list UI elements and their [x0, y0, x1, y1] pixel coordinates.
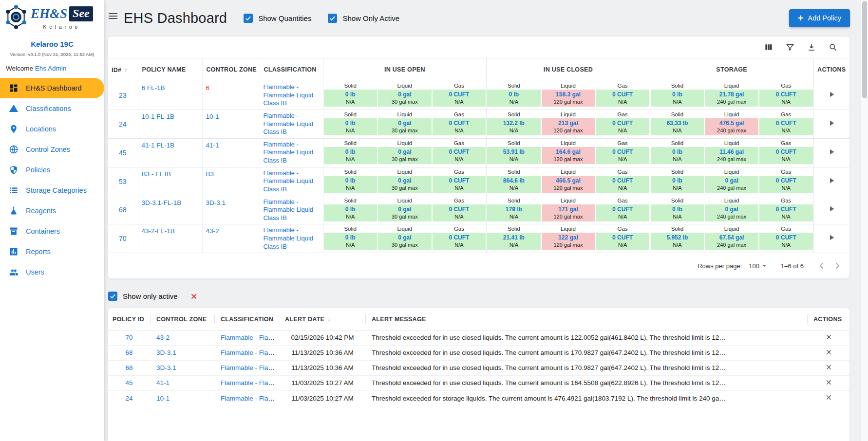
- column-header-policy-name[interactable]: POLICY NAME: [138, 58, 202, 81]
- policy-id-link[interactable]: 45: [119, 149, 127, 157]
- dismiss-alert-icon[interactable]: [825, 393, 833, 402]
- menu-toggle-icon[interactable]: [107, 10, 119, 22]
- next-page-button[interactable]: [832, 260, 843, 271]
- policy-id-link[interactable]: 68: [119, 206, 127, 214]
- quantity-max: N/A: [760, 185, 812, 191]
- quantity-max: N/A: [488, 242, 539, 248]
- show-only-active-label: Show Only Active: [342, 14, 399, 22]
- classification-link[interactable]: Flammable - Flammable Liquid Class IB: [264, 198, 320, 222]
- alerts-column-header-control-zone[interactable]: CONTROL ZONE: [151, 308, 215, 330]
- quantity-block: 0 lb N/A: [324, 233, 377, 250]
- alerts-column-header-alert-date[interactable]: ALERT DATE↓: [279, 308, 366, 330]
- control-zone-link[interactable]: B3: [206, 170, 214, 178]
- alert-classification-link[interactable]: Flammable - Flammab: [221, 334, 279, 341]
- policy-id-link[interactable]: 70: [119, 235, 127, 242]
- checkbox-checked-icon[interactable]: [108, 292, 117, 301]
- sidebar-item-containers[interactable]: Containers: [0, 221, 104, 241]
- policy-id-link[interactable]: 24: [119, 120, 127, 128]
- sidebar-item-reagents[interactable]: Reagents: [0, 201, 104, 221]
- show-quantities-checkbox[interactable]: Show Quantities: [244, 14, 311, 23]
- clear-filter-icon[interactable]: [189, 292, 198, 301]
- alert-classification-link[interactable]: Flammable - Flammab: [221, 364, 279, 371]
- sidebar-item-locations[interactable]: Locations: [0, 119, 104, 139]
- dismiss-alert-icon[interactable]: [825, 333, 833, 341]
- show-only-active-checkbox[interactable]: Show Only Active: [328, 14, 399, 23]
- control-zone-link[interactable]: 10-1: [206, 113, 219, 120]
- policy-id-link[interactable]: 23: [119, 92, 127, 99]
- phase-label: Solid: [323, 110, 377, 118]
- alerts-show-only-active-checkbox[interactable]: Show only active: [108, 292, 178, 301]
- alerts-column-header-classification[interactable]: CLASSIFICATION: [215, 308, 279, 330]
- alert-classification-link[interactable]: Flammable - Flammab: [221, 379, 279, 386]
- policy-name-link[interactable]: 41-1 FL-1B: [142, 142, 175, 149]
- policy-name-link[interactable]: 10-1 FL-1B: [142, 113, 175, 120]
- rows-per-page-select[interactable]: 100: [749, 262, 768, 270]
- alert-policy-id-link[interactable]: 68: [125, 364, 132, 371]
- expand-row-icon[interactable]: [827, 204, 836, 213]
- scrollbar-thumb[interactable]: [862, 1, 867, 98]
- alert-policy-id-link[interactable]: 45: [125, 379, 132, 386]
- quantity-value: 0 gal: [379, 234, 431, 241]
- alert-control-zone-link[interactable]: 3D-3.1: [156, 349, 176, 356]
- checkbox-checked-icon[interactable]: [328, 14, 337, 23]
- dismiss-alert-icon[interactable]: [825, 378, 833, 386]
- control-zone-link[interactable]: 6: [206, 84, 210, 92]
- classification-link[interactable]: Flammable - Flammable Liquid Class IB: [264, 83, 320, 108]
- expand-row-icon[interactable]: [827, 90, 836, 99]
- classification-link[interactable]: Flammable - Flammable Liquid Class IB: [264, 141, 320, 165]
- expand-row-icon[interactable]: [827, 233, 836, 242]
- column-header-control-zone[interactable]: CONTROL ZONE: [202, 58, 260, 81]
- control-zone-link[interactable]: 3D-3.1: [206, 199, 226, 206]
- sidebar-item-classifications[interactable]: Classifications: [0, 98, 104, 119]
- sidebar-item-control-zones[interactable]: Control Zones: [0, 139, 104, 160]
- expand-row-icon[interactable]: [827, 176, 836, 185]
- control-zone-link[interactable]: 43-2: [206, 227, 219, 235]
- control-zone-link[interactable]: 41-1: [206, 142, 219, 149]
- alert-control-zone-link[interactable]: 10-1: [156, 395, 170, 402]
- alerts-column-header-policy-id[interactable]: POLICY ID: [108, 308, 151, 330]
- alert-classification-link[interactable]: Flammable - Flammab: [221, 349, 279, 356]
- policy-id-link[interactable]: 53: [119, 178, 127, 185]
- sidebar-item-storage-categories[interactable]: Storage Categories: [0, 180, 104, 201]
- quantity-block: 0 CUFT N/A: [759, 118, 813, 135]
- column-header-id[interactable]: ID#↑: [108, 58, 138, 81]
- column-header-classification[interactable]: CLASSIFICATION: [260, 58, 323, 81]
- search-icon[interactable]: [828, 42, 838, 52]
- add-policy-button[interactable]: + Add Policy: [789, 9, 850, 27]
- vertical-scrollbar[interactable]: [861, 0, 868, 441]
- alert-policy-id-link[interactable]: 70: [125, 334, 132, 341]
- alert-control-zone-link[interactable]: 41-1: [156, 379, 170, 386]
- welcome-user-link[interactable]: Ehs Admin: [35, 65, 67, 72]
- quantity-value: 21.78 gal: [706, 91, 757, 98]
- expand-row-icon[interactable]: [827, 119, 836, 128]
- sidebar-item-reports[interactable]: Reports: [0, 241, 104, 262]
- filter-icon[interactable]: [785, 42, 795, 52]
- policy-name-link[interactable]: 6 FL-1B: [142, 84, 165, 92]
- classification-link[interactable]: Flammable - Flammable Liquid Class IB: [264, 112, 320, 136]
- alert-row: 68 3D-3.1 Flammable - Flammab 11/13/2025…: [108, 345, 849, 360]
- alert-control-zone-link[interactable]: 3D-3.1: [156, 364, 176, 371]
- checkbox-checked-icon[interactable]: [244, 14, 253, 23]
- alert-policy-id-link[interactable]: 24: [125, 395, 132, 402]
- alert-classification-cell: Flammable - Flammab: [215, 360, 279, 375]
- sidebar-item-users[interactable]: Users: [0, 262, 104, 282]
- sidebar-item-policies[interactable]: Policies: [0, 160, 104, 180]
- classification-link[interactable]: Flammable - Flammable Liquid Class IB: [264, 169, 320, 194]
- alert-control-zone-link[interactable]: 43-2: [156, 334, 170, 341]
- previous-page-button[interactable]: [816, 260, 827, 271]
- policy-name-link[interactable]: B3 - FL IB: [142, 170, 171, 178]
- alerts-table: POLICY IDCONTROL ZONECLASSIFICATIONALERT…: [108, 308, 849, 405]
- classification-link[interactable]: Flammable - Flammable Liquid Class IB: [264, 226, 320, 251]
- dismiss-alert-icon[interactable]: [825, 363, 833, 371]
- dismiss-alert-icon[interactable]: [825, 348, 833, 356]
- alert-classification-link[interactable]: Flammable - Flammab: [221, 395, 279, 402]
- alerts-column-header-alert-message[interactable]: ALERT MESSAGE: [366, 308, 808, 330]
- download-icon[interactable]: [807, 42, 816, 52]
- quantity-max: N/A: [597, 128, 648, 133]
- policy-name-link[interactable]: 3D-3.1-FL-1B: [142, 199, 182, 206]
- view-columns-icon[interactable]: [764, 42, 774, 52]
- sidebar-item-eh-s-dashboard[interactable]: EH&S Dashboard: [0, 78, 104, 98]
- expand-row-icon[interactable]: [827, 147, 836, 156]
- alert-policy-id-link[interactable]: 68: [125, 349, 132, 356]
- policy-name-link[interactable]: 43-2-FL-1B: [142, 227, 175, 235]
